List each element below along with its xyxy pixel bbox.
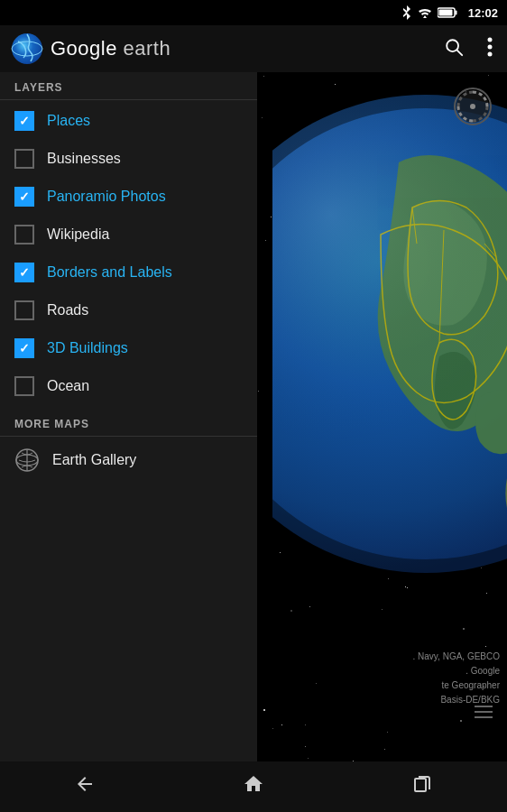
recent-apps-button[interactable] [393,766,451,807]
layer-label-ocean: Ocean [47,378,89,394]
app-title: Google earth [51,37,171,60]
checkbox-ocean[interactable] [14,376,34,396]
layer-item-roads[interactable]: Roads [0,291,257,329]
svg-point-3 [12,33,42,64]
layer-label-roads: Roads [47,302,88,318]
svg-line-6 [457,50,463,54]
more-maps-item-earth-gallery[interactable]: Earth Gallery [0,438,257,482]
layer-item-borders[interactable]: Borders and Labels [0,254,257,291]
watermark-line-3: te Geographer [413,678,501,693]
more-maps-label-earth-gallery: Earth Gallery [52,452,136,468]
svg-rect-25 [475,716,493,718]
globe-icon-earth-gallery [14,448,40,473]
more-maps-section-header: MORE MAPS [0,409,257,437]
layers-section-header: LAYERS [0,72,257,100]
svg-point-8 [488,44,493,49]
svg-point-22 [470,104,475,109]
svg-rect-26 [415,779,426,791]
battery-icon [438,7,457,18]
app-bar-actions [440,33,496,65]
svg-point-18 [272,95,507,573]
nav-bar [0,761,507,812]
layer-item-businesses[interactable]: Businesses [0,140,257,178]
checkbox-buildings[interactable] [14,338,34,358]
svg-rect-2 [438,10,452,16]
checkbox-businesses[interactable] [14,149,34,169]
layer-label-businesses: Businesses [47,151,121,167]
back-button[interactable] [56,766,114,807]
layer-item-places[interactable]: Places [0,102,257,140]
layer-item-wikipedia[interactable]: Wikipedia [0,216,257,254]
checkbox-wikipedia[interactable] [14,225,34,245]
app-logo: Google earth [11,32,440,65]
svg-point-7 [488,37,493,42]
status-icons: 12:02 [401,5,498,20]
checkbox-roads[interactable] [14,300,34,320]
search-button[interactable] [440,33,467,65]
layer-item-buildings[interactable]: 3D Buildings [0,329,257,367]
status-bar: 12:02 [0,0,507,25]
checkbox-places[interactable] [14,111,34,131]
layer-label-wikipedia: Wikipedia [47,226,109,243]
layer-label-buildings: 3D Buildings [47,340,128,356]
watermark-line-2: . Google [413,664,501,678]
left-panel: LAYERS Places Businesses Panoramio Photo… [0,72,257,761]
home-button[interactable] [225,766,282,807]
wifi-icon [418,7,432,18]
layers-list: Places Businesses Panoramio Photos Wikip… [0,102,257,405]
layer-label-places: Places [47,113,90,129]
layer-item-panoramio[interactable]: Panoramio Photos [0,178,257,216]
checkbox-panoramio[interactable] [14,187,34,207]
status-time: 12:02 [468,6,498,20]
watermark-line-1: . Navy, NGA, GEBCO [413,650,501,664]
svg-rect-1 [455,11,456,15]
more-options-button[interactable] [484,33,496,65]
layer-item-ocean[interactable]: Ocean [0,367,257,405]
earth-view: . Navy, NGA, GEBCO . Google te Geographe… [257,72,507,761]
svg-rect-23 [475,706,493,707]
earth-globe [272,90,507,577]
checkbox-borders[interactable] [14,263,34,282]
app-bar: Google earth [0,25,507,72]
layer-label-borders: Borders and Labels [47,264,172,281]
more-maps-list: Earth Gallery [0,438,257,482]
svg-point-9 [488,51,493,56]
compass[interactable] [453,87,493,126]
layer-label-panoramio: Panoramio Photos [47,189,166,205]
bluetooth-icon [401,5,412,20]
app-logo-icon [11,32,43,65]
menu-lines-icon[interactable] [475,706,493,722]
watermark: . Navy, NGA, GEBCO . Google te Geographe… [413,650,501,707]
svg-rect-24 [475,711,493,713]
